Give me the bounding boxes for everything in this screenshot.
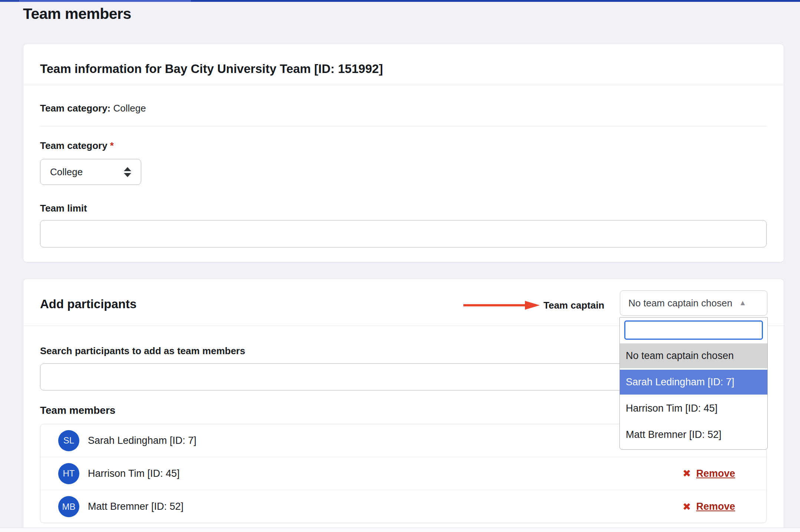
required-marker: * [110,140,114,151]
add-participants-card: Add participants Team captain No team ca… [23,279,784,531]
chevron-up-icon: ▲ [739,299,746,307]
remove-button[interactable]: ✖ Remove [682,501,735,513]
select-caret-icon [124,167,131,177]
horizontal-scrollbar-track[interactable] [0,528,800,532]
top-bar-segment [19,0,191,2]
page-title: Team members [23,5,131,23]
top-bar-segment [191,0,800,2]
team-captain-dropdown-button[interactable]: No team captain chosen ▲ [620,290,767,316]
avatar: MB [58,496,79,517]
captain-dropdown-search-input[interactable] [624,320,763,340]
captain-dropdown-options: No team captain chosen Sarah Ledingham [… [620,343,767,449]
card-header-divider [23,85,784,85]
team-info-card: Team information for Bay City University… [23,44,784,262]
add-participants-heading: Add participants [40,297,136,311]
team-captain-arrow-icon [463,300,541,311]
member-row: MB Matt Bremner [ID: 52] ✖ Remove [40,490,766,523]
team-category-select-value: College [50,166,121,178]
avatar: SL [58,430,79,451]
captain-option-harrison[interactable]: Harrison Tim [ID: 45] [620,396,767,421]
remove-icon: ✖ [682,501,691,513]
team-info-heading: Team information for Bay City University… [40,62,383,76]
captain-option-matt[interactable]: Matt Bremner [ID: 52] [620,422,767,447]
team-limit-label: Team limit [40,203,87,214]
section-divider [40,126,767,126]
team-limit-input[interactable] [40,220,767,247]
team-category-summary: Team category: College [40,103,146,114]
avatar: HT [58,463,79,484]
member-name: Sarah Ledingham [ID: 7] [88,435,682,446]
participant-search-label: Search participants to add as team membe… [40,345,245,357]
team-captain-label: Team captain [543,300,604,311]
team-category-summary-value: College [113,103,146,114]
team-members-heading: Team members [40,405,115,416]
captain-option-none[interactable]: No team captain chosen [620,343,767,368]
captain-option-sarah[interactable]: Sarah Ledingham [ID: 7] [620,370,767,395]
remove-button[interactable]: ✖ Remove [682,468,735,479]
top-bar [0,0,800,2]
team-category-summary-label: Team category: [40,103,110,114]
member-name: Harrison Tim [ID: 45] [88,468,682,479]
team-captain-dropdown-value: No team captain chosen [628,297,732,309]
team-category-field-label: Team category * [40,140,114,152]
member-row: HT Harrison Tim [ID: 45] ✖ Remove [40,457,766,490]
top-bar-segment [0,0,19,2]
captain-dropdown-panel: No team captain chosen Sarah Ledingham [… [619,317,768,450]
remove-icon: ✖ [682,468,691,479]
member-name: Matt Bremner [ID: 52] [88,501,682,512]
team-category-select[interactable]: College [40,159,141,185]
